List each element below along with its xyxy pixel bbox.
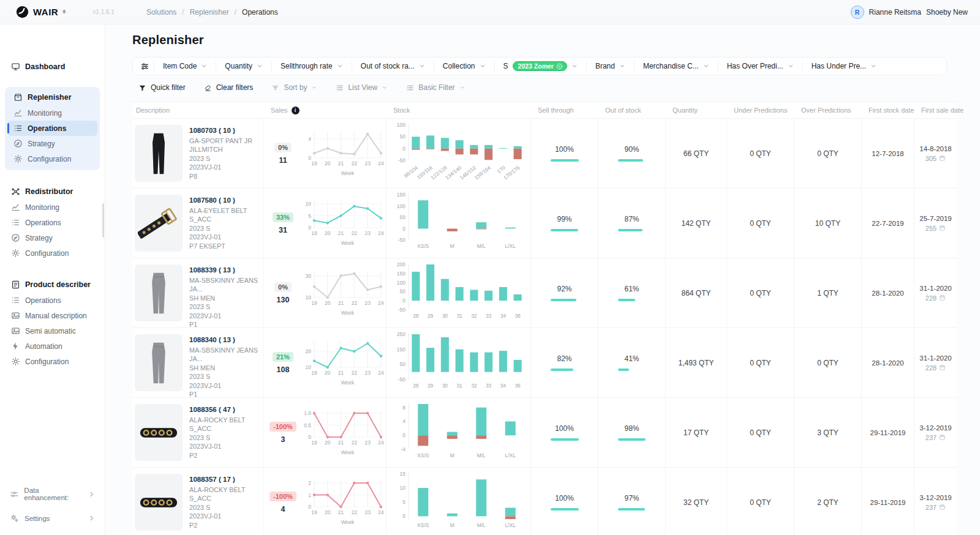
sidebar-footer-data-enhancement[interactable]: Data enhancement: (0, 481, 105, 507)
product-image[interactable] (135, 404, 183, 461)
gear-icon (11, 357, 20, 366)
filter-label: Quantity (225, 62, 252, 70)
clear-filters-button[interactable]: Clear filters (204, 83, 254, 92)
svg-text:21: 21 (338, 160, 344, 166)
sales-total: 130 (277, 296, 290, 304)
basic-filter-button[interactable]: Basic Filter (406, 83, 465, 92)
svg-text:L/XL: L/XL (505, 243, 516, 249)
product-image[interactable] (135, 264, 183, 321)
sidebar-item-replenisher-operations[interactable]: Operations (7, 121, 97, 136)
sales-cell: 0% 11 04192021222324Week (263, 119, 386, 188)
user-menu[interactable]: R Rianne Reitsma Shoeby New (851, 6, 980, 19)
svg-text:34: 34 (500, 383, 506, 389)
sidebar-group-title-replenisher[interactable]: Replenisher (7, 89, 97, 105)
line-chart-icon (11, 203, 20, 212)
first-stock-date: 28-1-2020 (861, 328, 914, 397)
table-row[interactable]: 1087580 ( 10 ) ALA-EYELET BELTS_ACC2023 … (132, 188, 957, 258)
sidebar-footer-settings[interactable]: Settings (0, 507, 105, 529)
basic-filter-icon (406, 84, 414, 92)
filter-merchandise-c[interactable]: Merchandise C... (634, 61, 718, 71)
sidebar-group-title-redistributor[interactable]: Redistributor (5, 184, 100, 200)
gears-icon (10, 514, 19, 523)
sort-by-button[interactable]: Sort by (271, 83, 317, 92)
filter-s-2023-zomer[interactable]: S2023 Zomer (494, 61, 586, 71)
sidebar-group-title-product-describer[interactable]: Product describer (5, 277, 100, 293)
out-of-stock-cell: 97% (598, 468, 665, 535)
table-row[interactable]: 1080703 ( 10 ) GA-SPORT PANT JRJILLMITCH… (132, 118, 957, 188)
sidebar-item-product-describer-configuration[interactable]: Configuration (5, 354, 100, 369)
sidebar-item-product-describer-semi-automatic[interactable]: Semi automatic (5, 323, 100, 339)
filter-brand[interactable]: Brand (586, 61, 634, 71)
quick-filter-button[interactable]: Quick filter (138, 83, 186, 92)
table-row[interactable]: 1088357 ( 17 ) ALA-ROCKY BELTS_ACC2023 S… (132, 467, 957, 535)
sidebar-scrollbar[interactable] (102, 203, 104, 238)
sidebar-item-redistributor-configuration[interactable]: Configuration (5, 245, 100, 261)
filter-label: Merchandise C... (643, 62, 699, 70)
first-sale-cell: 14-8-2018 305 (914, 119, 957, 188)
wair-logo-icon (16, 6, 29, 18)
remove-chip-icon[interactable] (556, 63, 563, 70)
svg-text:24: 24 (378, 370, 384, 376)
sidebar-item-redistributor-monitoring[interactable]: Monitoring (5, 200, 100, 215)
filter-collection[interactable]: Collection (434, 61, 494, 71)
filter-has-over-predi[interactable]: Has Over Predi... (718, 61, 802, 71)
product-image[interactable] (135, 195, 183, 252)
svg-text:19: 19 (311, 440, 317, 446)
filter-settings-button[interactable] (135, 62, 154, 71)
sidebar-item-product-describer-operations[interactable]: Operations (5, 293, 100, 308)
filter-sellthrough-rate[interactable]: Sellthrough rate (271, 61, 352, 71)
sidebar-item-redistributor-operations[interactable]: Operations (5, 215, 100, 230)
filter-item-code[interactable]: Item Code (154, 61, 216, 71)
sales-chart: 00.51.0192021222324Week (298, 407, 386, 458)
chevron-down-icon (703, 63, 709, 69)
filter-chip-2023-zomer[interactable]: 2023 Zomer (513, 61, 567, 71)
wair-logo[interactable]: WAIR® (0, 6, 66, 18)
quantity-value: 864 QTY (665, 258, 726, 327)
product-image[interactable] (135, 125, 183, 182)
svg-text:32: 32 (471, 383, 477, 389)
table-row[interactable]: 1088340 ( 13 ) MA-SBSKINNY JEANS JA...SH… (132, 327, 957, 397)
svg-text:-50: -50 (398, 307, 405, 313)
svg-text:28: 28 (413, 383, 419, 389)
filter-quantity[interactable]: Quantity (216, 61, 271, 71)
svg-text:20: 20 (325, 509, 331, 515)
svg-text:Week: Week (341, 170, 355, 176)
svg-text:30: 30 (442, 383, 448, 389)
list-view-button[interactable]: List View (336, 83, 388, 92)
breadcrumb-replenisher[interactable]: Replenisher (190, 8, 229, 17)
filter-out-of-stock-ra[interactable]: Out of stock ra... (352, 61, 434, 71)
svg-text:50: 50 (399, 214, 405, 220)
svg-text:170/176: 170/176 (502, 164, 521, 181)
svg-text:100: 100 (396, 279, 405, 285)
svg-text:20: 20 (306, 348, 312, 354)
sidebar-item-replenisher-configuration[interactable]: Configuration (7, 151, 97, 166)
svg-text:28: 28 (413, 313, 419, 319)
table-row[interactable]: 1088339 ( 13 ) MA-SBSKINNY JEANS JA...SH… (132, 258, 957, 327)
svg-text:4: 4 (308, 135, 311, 141)
sidebar-group-replenisher: Replenisher Monitoring Operations Strate… (5, 87, 100, 170)
avatar[interactable]: R (851, 6, 864, 19)
sidebar-item-product-describer-automation[interactable]: Automation (5, 339, 100, 354)
sidebar-item-replenisher-monitoring[interactable]: Monitoring (7, 105, 97, 121)
svg-text:M/L: M/L (477, 452, 485, 458)
svg-text:XS/S: XS/S (417, 452, 429, 458)
breadcrumb-separator: / (182, 8, 184, 17)
column-header-out-of-stock: Out of stock (598, 107, 665, 114)
first-sale-days: 228 (925, 364, 937, 372)
sidebar-item-replenisher-strategy[interactable]: Strategy (7, 136, 97, 151)
sidebar-item-dashboard[interactable]: Dashboard (5, 59, 100, 75)
filter-label: Has Under Pre... (812, 62, 866, 70)
sidebar-item-product-describer-manual-description[interactable]: Manual description (5, 308, 100, 323)
product-image[interactable] (135, 334, 183, 391)
table-row[interactable]: 1088356 ( 47 ) ALA-ROCKY BELTS_ACC2023 S… (132, 397, 957, 467)
sidebar-item-redistributor-strategy[interactable]: Strategy (5, 230, 100, 245)
sales-info-icon[interactable]: i (292, 107, 300, 114)
first-sale-cell: 25-7-2019 255 (914, 189, 957, 258)
first-sale-cell: 31-1-2020 228 (914, 258, 957, 327)
svg-text:150: 150 (396, 270, 405, 276)
product-image[interactable] (135, 474, 183, 531)
list-icon (13, 124, 23, 133)
sell-through-value: 100% (555, 494, 574, 503)
filter-has-under-pre[interactable]: Has Under Pre... (802, 61, 885, 71)
breadcrumb-solutions[interactable]: Solutions (146, 8, 176, 17)
